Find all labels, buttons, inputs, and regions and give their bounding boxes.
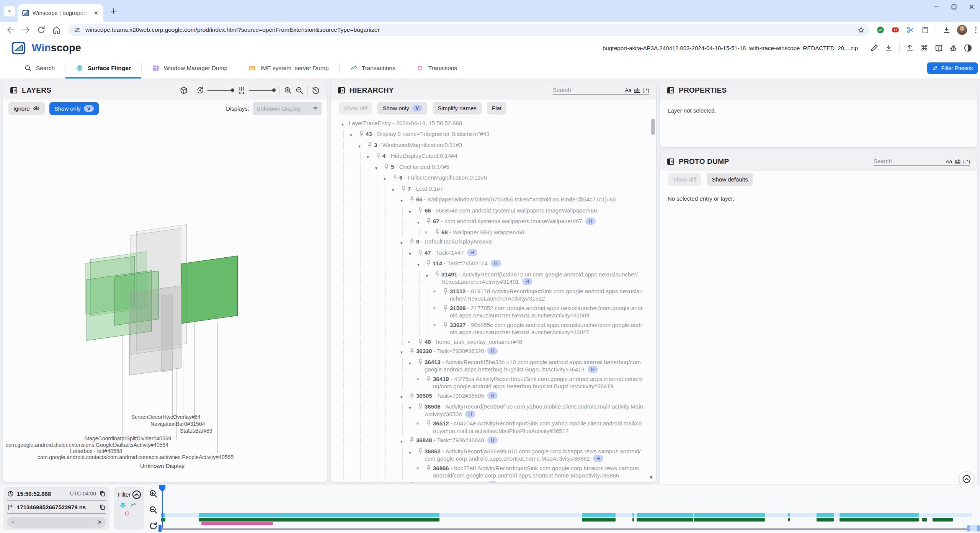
pin-icon[interactable]: [399, 185, 408, 192]
back-icon[interactable]: [6, 25, 15, 34]
tree-row[interactable]: ▼5 - OneHanded:0:14#5: [341, 162, 643, 173]
pin-icon[interactable]: [425, 217, 433, 224]
range-slider-handle[interactable]: [967, 525, 980, 531]
collapse-triangle-icon[interactable]: ▼: [358, 141, 366, 150]
tree-row[interactable]: 68 - Wallpaper BBQ wrapper#68: [341, 227, 643, 237]
collapse-triangle-icon[interactable]: ▼: [425, 271, 433, 280]
pin-icon[interactable]: [433, 229, 441, 235]
transactions-icon[interactable]: [130, 502, 137, 508]
match-case-toggle[interactable]: Aa: [946, 159, 952, 164]
pin-icon[interactable]: [416, 448, 425, 455]
extension-red-icon[interactable]: [891, 26, 900, 34]
transitions-icon[interactable]: [124, 510, 131, 517]
zoom-in-icon[interactable]: [284, 86, 292, 95]
collapse-triangle-icon[interactable]: ▼: [341, 119, 349, 129]
pin-icon[interactable]: [433, 271, 441, 278]
pin-icon[interactable]: [416, 358, 425, 365]
pin-icon[interactable]: [416, 207, 425, 214]
tree-row[interactable]: ▼6 - FullscreenMagnification:0:12#6: [341, 173, 643, 184]
show-defaults-button[interactable]: Show defaults: [707, 173, 753, 186]
tree-row[interactable]: 31509 - 2177052 com.google.android.apps.…: [341, 303, 643, 320]
tab-search-button[interactable]: [4, 6, 15, 16]
pin-icon[interactable]: [408, 437, 416, 443]
collapse-triangle-icon[interactable]: ▼: [400, 481, 408, 483]
collapse-triangle-icon[interactable]: ▼: [400, 196, 408, 205]
tree-row[interactable]: 36419 - 4f275ca ActivityRecordInputSink …: [341, 374, 643, 391]
regex-toggle[interactable]: (.*): [642, 87, 649, 93]
hierarchy-scrollbar[interactable]: [651, 119, 655, 135]
match-word-toggle[interactable]: ab: [634, 87, 640, 93]
collapse-triangle-icon[interactable]: ▼: [408, 403, 416, 412]
tree-row[interactable]: ▼31491 - ActivityRecord{52d3872 u0 com.g…: [341, 270, 643, 286]
tree-row[interactable]: 31512 - 81917d ActivityRecordInputSink c…: [341, 286, 643, 303]
collapse-triangle-icon[interactable]: ▼: [349, 130, 357, 139]
show-only-button[interactable]: Show only V: [49, 102, 99, 115]
pin-icon[interactable]: [425, 260, 433, 266]
close-button[interactable]: [968, 3, 975, 11]
spacing-slider[interactable]: [249, 86, 276, 95]
zoom-out-icon[interactable]: [295, 86, 304, 95]
collapse-triangle-icon[interactable]: ▼: [383, 174, 391, 183]
site-settings-icon[interactable]: [74, 26, 81, 34]
pin-icon[interactable]: [416, 249, 425, 256]
pin-icon[interactable]: [374, 152, 382, 159]
collapse-triangle-icon[interactable]: ▼: [400, 347, 408, 356]
displays-dropdown[interactable]: Unknown Display: [253, 102, 322, 115]
extension-check-icon[interactable]: [876, 26, 885, 34]
show-diff-button[interactable]: Show diff: [339, 102, 372, 114]
timeline-reset-icon[interactable]: [149, 521, 158, 531]
filter-collapse-icon[interactable]: [132, 490, 142, 500]
show-diff-button[interactable]: Show diff: [668, 173, 701, 186]
pin-icon[interactable]: [441, 304, 450, 311]
extension-clipboard-icon[interactable]: [921, 26, 929, 34]
collapse-triangle-icon[interactable]: ▼: [408, 358, 416, 368]
collapse-triangle-icon[interactable]: ▼: [408, 207, 416, 216]
download-trace-icon[interactable]: [884, 44, 893, 52]
regex-toggle[interactable]: (.*): [963, 159, 970, 164]
3d-view-icon[interactable]: [180, 86, 188, 95]
forward-icon[interactable]: [21, 25, 31, 34]
pin-icon[interactable]: [391, 174, 399, 181]
minimize-button[interactable]: [933, 3, 940, 11]
collapse-triangle-icon[interactable]: ▼: [400, 392, 408, 401]
collapse-triangle-icon[interactable]: ▼: [400, 437, 408, 446]
match-case-toggle[interactable]: Aa: [625, 87, 631, 93]
pin-icon[interactable]: [408, 481, 416, 483]
tree-row[interactable]: ▼114 - Task=7650#114H: [341, 259, 643, 270]
tree-row[interactable]: 48 - home_task_overlay_container#48: [341, 337, 643, 347]
tree-row[interactable]: ▼36862 - ActivityRecord{a836a99 u10 com.…: [341, 446, 643, 463]
tree-row[interactable]: 33027 - 90b855c com.google.android.apps.…: [341, 320, 643, 337]
extension-scissors-icon[interactable]: [906, 26, 915, 34]
dark-mode-icon[interactable]: [964, 44, 972, 52]
tree-row[interactable]: ▼67 - com.android.systemui.wallpapers.Im…: [341, 217, 643, 228]
documentation-icon[interactable]: [934, 44, 943, 52]
ignore-button[interactable]: Ignore: [8, 102, 45, 115]
filter-presets-button[interactable]: Filter Presets: [927, 62, 978, 74]
pin-icon[interactable]: [425, 464, 433, 471]
browser-menu-icon[interactable]: [972, 26, 980, 34]
tab-transactions[interactable]: Transactions: [340, 57, 406, 78]
surface-flinger-icon[interactable]: [119, 502, 126, 508]
pin-icon[interactable]: [382, 163, 391, 170]
downloads-icon[interactable]: [942, 26, 951, 34]
tab-search[interactable]: Search: [14, 57, 65, 78]
pin-icon[interactable]: [408, 196, 416, 203]
copy-icon[interactable]: [99, 504, 106, 510]
maximize-button[interactable]: [950, 3, 958, 11]
tab-surface-flinger[interactable]: Surface Flinger: [65, 57, 141, 78]
pin-icon[interactable]: [425, 375, 433, 382]
edit-icon[interactable]: [870, 44, 879, 52]
new-tab-button[interactable]: [109, 6, 119, 16]
layers-3d-view[interactable]: ScreenDecorHwcOverlay#64NavigationBar0#3…: [3, 117, 327, 482]
tree-row[interactable]: ▼36413 - ActivityRecord{f5be33b u10 com.…: [341, 357, 643, 374]
tree-row[interactable]: ▼66 - c6c854e com.android.systemui.wallp…: [341, 206, 643, 217]
pin-icon[interactable]: [441, 288, 450, 294]
tree-row[interactable]: ▼3 - WindowedMagnification:0:31#3: [341, 140, 643, 151]
shortcuts-icon[interactable]: ⌘: [920, 44, 929, 52]
reset-view-icon[interactable]: [312, 86, 320, 95]
collapse-triangle-icon[interactable]: ▼: [416, 260, 425, 269]
collapse-triangle-icon[interactable]: ▼: [400, 238, 408, 247]
tree-row[interactable]: ▼36848 - Task=7906#36848H: [341, 436, 643, 447]
proto-search-input[interactable]: [874, 158, 943, 164]
tree-row[interactable]: ▼65 - WallpaperWindowToken{87b6d66 token…: [341, 195, 643, 206]
